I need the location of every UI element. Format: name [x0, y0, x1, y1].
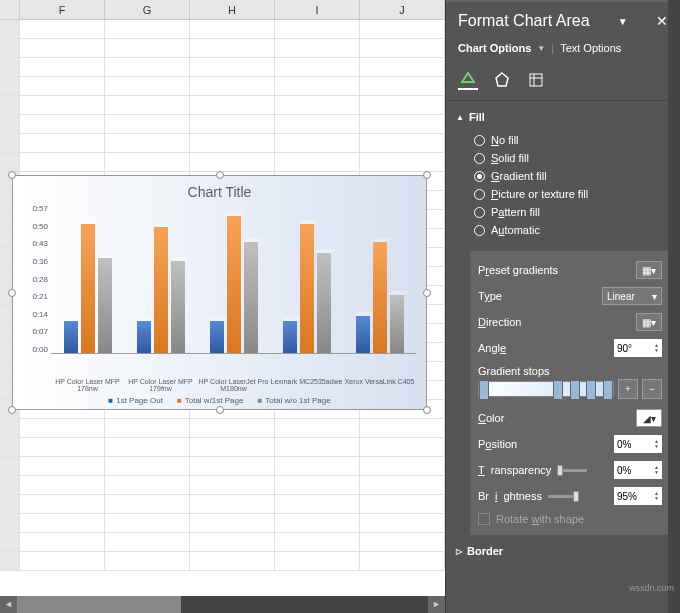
size-properties-icon[interactable] [526, 70, 546, 90]
col-header[interactable]: H [190, 0, 275, 19]
expander-icon: ▲ [456, 113, 464, 122]
x-axis-label: Xerox VersaLink C405 [344, 378, 416, 392]
chart-bar[interactable] [64, 321, 78, 353]
chart-object[interactable]: Chart Title 0:570:500:430:360:280:210:14… [12, 175, 427, 410]
effects-icon[interactable] [492, 70, 512, 90]
svg-rect-1 [530, 74, 542, 86]
pane-title: Format Chart Area [458, 12, 590, 30]
legend-item[interactable]: 1st Page Out [108, 396, 163, 405]
preset-gradients-dropdown[interactable]: ▦▾ [636, 261, 662, 279]
gradient-stop-handle[interactable] [570, 380, 580, 400]
gradient-stop-handle[interactable] [479, 380, 489, 400]
transparency-slider[interactable] [557, 469, 587, 472]
remove-gradient-stop-button[interactable]: − [642, 379, 662, 399]
add-gradient-stop-button[interactable]: + [618, 379, 638, 399]
brightness-input[interactable]: 95%▲▼ [614, 487, 662, 505]
selection-handle[interactable] [423, 171, 431, 179]
row-header-corner[interactable] [0, 0, 20, 19]
color-picker-dropdown[interactable]: ◢▾ [636, 409, 662, 427]
bar-group[interactable] [350, 204, 410, 353]
radio-picture-fill[interactable]: Picture or texture fill [474, 185, 680, 203]
chart-bar[interactable] [373, 242, 387, 353]
direction-dropdown[interactable]: ▦▾ [636, 313, 662, 331]
chart-bar[interactable] [317, 253, 331, 353]
pane-options-dropdown[interactable]: ▼ [618, 16, 628, 27]
legend-item[interactable]: Total w/1st Page [177, 396, 244, 405]
pane-vertical-scrollbar[interactable] [668, 0, 680, 613]
gradient-stop-handle[interactable] [603, 380, 613, 400]
tab-text-options[interactable]: Text Options [560, 40, 621, 56]
col-header[interactable]: I [275, 0, 360, 19]
bar-group[interactable] [58, 204, 118, 353]
gradient-type-dropdown[interactable]: Linear▾ [602, 287, 662, 305]
radio-solid-fill[interactable]: Solid fill [474, 149, 680, 167]
col-header[interactable]: J [360, 0, 445, 19]
radio-no-fill[interactable]: NNo fillo fill [474, 131, 680, 149]
horizontal-scrollbar[interactable]: ◄ ► [0, 596, 445, 613]
label-position: Position [478, 438, 517, 450]
gradient-stops-bar[interactable] [478, 381, 614, 397]
scroll-thumb[interactable] [17, 596, 181, 613]
expander-icon: ▷ [456, 547, 462, 556]
scroll-right-arrow[interactable]: ► [428, 596, 445, 613]
selection-handle[interactable] [8, 406, 16, 414]
legend-item[interactable]: Total w/o 1st Page [257, 396, 330, 405]
section-fill[interactable]: ▲ Fill [446, 105, 680, 129]
section-border[interactable]: ▷ Border [446, 539, 680, 563]
chart-bar[interactable] [300, 224, 314, 353]
label-transparency: Transparency [478, 464, 587, 476]
chart-bar[interactable] [244, 242, 258, 353]
selection-handle[interactable] [423, 289, 431, 297]
chart-y-axis: 0:570:500:430:360:280:210:140:070:00 [23, 204, 51, 354]
x-axis-label: Lexmark MC2535adwe [271, 378, 343, 392]
radio-automatic-fill[interactable]: Automatic [474, 221, 680, 239]
chart-bar[interactable] [210, 321, 224, 353]
radio-gradient-fill[interactable]: Gradient fill [474, 167, 680, 185]
bar-group[interactable] [204, 204, 264, 353]
chart-bar[interactable] [356, 316, 370, 353]
close-pane-button[interactable]: ✕ [656, 13, 668, 29]
selection-handle[interactable] [8, 171, 16, 179]
gradient-stop-handle[interactable] [586, 380, 596, 400]
rotate-with-shape-checkbox[interactable]: Rotate with shape [478, 509, 662, 529]
chart-bar[interactable] [81, 224, 95, 353]
label-color: Color [478, 412, 504, 424]
col-header[interactable]: F [20, 0, 105, 19]
svg-marker-0 [496, 73, 508, 86]
chart-bar[interactable] [154, 227, 168, 353]
col-header[interactable]: G [105, 0, 190, 19]
transparency-input[interactable]: 0%▲▼ [614, 461, 662, 479]
chart-bar[interactable] [227, 216, 241, 353]
watermark: wsxdn.com [629, 583, 674, 593]
chart-title[interactable]: Chart Title [13, 176, 426, 204]
label-stops: Gradient stops [478, 365, 550, 377]
fill-line-icon[interactable] [458, 70, 478, 90]
gradient-stop-handle[interactable] [553, 380, 563, 400]
chart-legend[interactable]: 1st Page Out Total w/1st Page Total w/o … [13, 392, 426, 405]
chart-bar[interactable] [137, 321, 151, 353]
chart-bar[interactable] [390, 295, 404, 353]
brightness-slider[interactable] [548, 495, 578, 498]
label-direction: Direction [478, 316, 521, 328]
chart-bar[interactable] [171, 261, 185, 353]
position-input[interactable]: 0%▲▼ [614, 435, 662, 453]
spreadsheet-area: F G H I J [0, 0, 445, 613]
selection-handle[interactable] [216, 171, 224, 179]
bar-group[interactable] [277, 204, 337, 353]
selection-handle[interactable] [423, 406, 431, 414]
tab-chart-options[interactable]: Chart Options [458, 40, 531, 56]
bar-group[interactable] [131, 204, 191, 353]
radio-pattern-fill[interactable]: Pattern fill [474, 203, 680, 221]
selection-handle[interactable] [8, 289, 16, 297]
angle-input[interactable]: 90°▲▼ [614, 339, 662, 357]
chevron-down-icon[interactable]: ▼ [537, 44, 545, 53]
chart-bar[interactable] [98, 258, 112, 353]
chart-bar[interactable] [283, 321, 297, 353]
selection-handle[interactable] [216, 406, 224, 414]
x-axis-label: HP Color LaserJet Pro M180nw [198, 378, 270, 392]
scroll-left-arrow[interactable]: ◄ [0, 596, 17, 613]
label-angle: Angle [478, 342, 506, 354]
chart-plot-area[interactable] [51, 204, 416, 354]
format-pane: Format Chart Area ▼ ✕ Chart Options ▼ | … [445, 0, 680, 613]
label-brightness: Brightness [478, 490, 578, 502]
